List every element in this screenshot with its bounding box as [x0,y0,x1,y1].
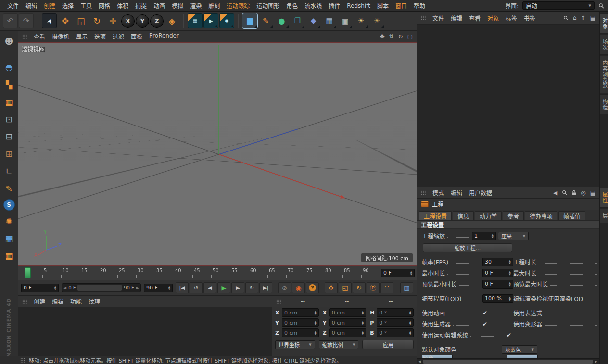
coord-position-field[interactable]: 0 cm▲▼ [282,308,319,317]
menu-animate[interactable]: 动画 [150,0,168,11]
om-menu-tags[interactable]: 标签 [506,14,517,22]
timeline-tick[interactable]: 30 [135,266,153,280]
lock-z-axis-button[interactable]: Z [150,14,164,28]
add-generator-button[interactable]: ● [274,13,289,28]
render-view-button[interactable]: ▦ [188,13,203,28]
vp-menu-view[interactable]: 查看 [34,32,45,40]
menu-file[interactable]: 文件 [4,0,22,11]
stepper-arrows[interactable]: ▲▼ [507,296,511,301]
interface-select[interactable]: 启动 ▼ [522,1,595,10]
menu-snap[interactable]: 捕捉 [132,0,150,11]
texture-mode-icon[interactable]: ▚ [2,78,16,91]
goto-end-button[interactable]: ▶| [259,282,272,293]
undo-icon[interactable]: ↶ [3,13,18,28]
vp-menu-filter[interactable]: 过滤 [113,32,124,40]
menu-mesh[interactable]: 网格 [95,0,114,11]
vp-menu-panel[interactable]: 面板 [131,32,142,40]
timeline-tick[interactable]: 40 [172,266,191,280]
timeline-tick[interactable]: 65 [266,266,285,280]
menu-redshift[interactable]: Redshift [343,1,374,10]
sculpt-mode-icon[interactable]: ☻ [2,35,16,48]
stepper-arrows[interactable]: ▲▼ [490,234,494,238]
workplane-grid-icon[interactable]: ▦ [2,249,16,263]
edge-mode-icon[interactable]: ⊟ [2,130,16,143]
horizontal-scrollbar[interactable]: ◀ ▶ [417,358,599,364]
color-swatch[interactable] [507,355,538,358]
attribute-tab[interactable]: 动力学 [475,211,502,220]
range-left-handle[interactable]: ◀ [63,286,66,290]
add-light-secondary-button[interactable]: ☀ [369,13,384,28]
menu-character[interactable]: 角色 [283,0,301,11]
redo-icon[interactable]: ↷ [19,13,34,28]
menu-volume[interactable]: 体积 [114,0,132,11]
lock-x-axis-button[interactable]: X [121,14,135,28]
stepper-arrows[interactable]: ▲▼ [507,282,511,286]
transform-mode-select[interactable]: 缩放比例▼ [319,340,359,349]
panel-drag-handle[interactable] [276,299,281,304]
side-tab-attributes[interactable]: 属性 [600,188,608,208]
attribute-tab[interactable]: 工程设置 [419,211,452,220]
timeline-tick[interactable]: 10 [60,266,78,280]
coord-rotation-field[interactable]: 0 °▲▼ [377,328,414,337]
menu-plugins[interactable]: 插件 [325,0,343,11]
scroll-left-arrow[interactable]: ◀ [417,360,422,364]
menu-help[interactable]: 帮助 [410,0,429,11]
next-frame-button[interactable]: ▶ [231,282,244,293]
panel-drag-handle[interactable] [20,358,25,363]
vp-menu-cameras[interactable]: 摄像机 [52,32,69,40]
stepper-arrows[interactable]: ▲▼ [507,260,511,264]
panel-drag-handle[interactable] [22,299,27,304]
timeline-tick[interactable]: 15 [78,266,97,280]
timeline-frame-field[interactable]: 0 F ▲▼ [381,269,415,277]
current-frame-field[interactable]: 0 F ▲▼ [21,284,59,292]
panel-drag-handle[interactable] [22,34,27,39]
stepper-arrows[interactable]: ▲▼ [52,286,56,290]
object-tree-empty[interactable] [417,25,599,187]
end-frame-field[interactable]: 90 F ▲▼ [144,284,173,292]
scroll-right-arrow[interactable]: ▶ [594,360,599,364]
apply-button[interactable]: 应用 [362,340,414,349]
coord-size-field[interactable]: 0 cm▲▼ [329,308,367,317]
stepper-arrows[interactable]: ▲▼ [166,286,170,290]
attribute-spin-field[interactable]: 100 % ▲▼ [482,294,513,303]
timeline-tick[interactable]: 20 [97,266,116,280]
add-modeling-button[interactable]: ❒ [290,13,305,28]
rotate-tool[interactable]: ↻ [89,13,104,28]
menu-create[interactable]: 创建 [40,0,59,11]
play-loop-button[interactable]: ↻ [245,282,258,293]
mat-menu-function[interactable]: 功能 [70,297,82,305]
lock-workplane-icon[interactable]: ▦ [2,232,16,245]
toggle-view-icon[interactable]: ▢ [407,34,413,39]
recent-tool[interactable]: ✛ [105,13,120,28]
attribute-spin-field[interactable]: 0 F ▲▼ [482,269,513,277]
side-tab-objects[interactable]: 对象 [600,13,608,34]
coordinate-system-select[interactable]: 世界坐标▼ [275,340,315,349]
make-editable-icon[interactable]: ◓ [2,61,16,74]
search-icon[interactable] [562,190,567,195]
goto-start-button[interactable]: |◀ [176,282,189,293]
timeline-tick[interactable]: 80 [322,266,341,280]
timeline-tick[interactable]: 5 [41,266,60,280]
scale-project-button[interactable]: 缩放工程... [423,243,512,252]
panel-drag-handle[interactable] [421,190,426,195]
previous-frame-button[interactable]: ◀ [203,282,216,293]
auto-switch-mode-icon[interactable]: S [3,199,15,211]
search-icon[interactable] [598,3,604,9]
om-menu-edit[interactable]: 编辑 [451,14,462,22]
coordinate-system-button[interactable]: ◈ [165,13,179,28]
om-menu-file[interactable]: 文件 [432,14,444,22]
checkbox[interactable]: ✔ [482,310,487,316]
vp-menu-options[interactable]: 选项 [94,32,106,40]
move-tool[interactable]: ✥ [58,13,73,28]
key-position-button[interactable]: ✥ [325,282,338,293]
play-backwards-button[interactable]: ↺ [190,282,203,293]
add-field-button[interactable]: ▦ [322,13,337,28]
attribute-tab[interactable]: 参考 [503,211,524,220]
coord-size-field[interactable]: 0 cm▲▼ [329,318,367,327]
panel-menu-icon[interactable]: ▤ [590,15,595,21]
range-bar[interactable] [77,285,122,291]
point-mode-icon[interactable]: ⊡ [2,113,16,126]
attribute-spin-field[interactable]: 30 ▲▼ [482,258,513,266]
range-right-handle[interactable]: ▶ [136,286,139,290]
mat-menu-texture[interactable]: 纹理 [89,297,100,305]
